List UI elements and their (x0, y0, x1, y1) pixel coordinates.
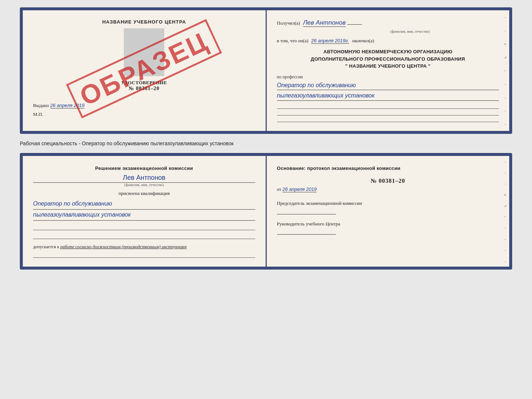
cert-issued-date: 26 апреля 2019 (50, 103, 85, 108)
qual-assigned-label: присвоена квалификация (33, 190, 255, 196)
cert-line-1 (277, 104, 499, 109)
qual-name-sub: (фамилия, имя, отчество) (33, 182, 255, 187)
cert-fio-sub: (фамилия, имя, отчество) (390, 29, 430, 33)
qual-date-value: 26 апреля 2019 (283, 186, 317, 192)
qual-decision-title: Решением экзаменационной комиссии (33, 165, 255, 172)
qual-commission-signature (277, 209, 336, 214)
cert-org-section: АВТОНОМНУЮ НЕКОММЕРЧЕСКУЮ ОРГАНИЗАЦИЮ ДО… (277, 48, 499, 70)
qual-allowed-value: работе согласно должностным (производств… (60, 244, 187, 249)
document-container: НАЗВАНИЕ УЧЕБНОГО ЦЕНТРА ОБРАЗЕЦ УДОСТОВ… (20, 7, 512, 270)
cert-doc-type: УДОСТОВЕРЕНИЕ (33, 80, 255, 86)
qual-allowed-label: допускается к (33, 244, 59, 249)
cert-in-that-label: в том, что он(а) (277, 38, 309, 44)
qual-left-panel: Решением экзаменационной комиссии Лев Ан… (23, 156, 267, 267)
cert-doc-number: № 00381–20 (33, 86, 255, 92)
cert-profession-label: по профессии (277, 74, 499, 80)
specialty-line: Рабочая специальность - Оператор по обсл… (20, 138, 512, 149)
qual-profession-line1: Оператор по обслуживанию (33, 199, 255, 210)
cert-org-line2: ДОПОЛНИТЕЛЬНОГО ПРОФЕССИОНАЛЬНОГО ОБРАЗО… (277, 56, 499, 63)
qual-profession-line2: пылегазоулавливающих установок (33, 210, 255, 221)
cert-photo (124, 28, 164, 76)
cert-received-name: Лев Антпонов (303, 19, 346, 27)
cert-received-label: Получил(а) (277, 20, 300, 26)
qual-right-panel: Основание: протокол экзаменационной коми… (267, 156, 510, 267)
cert-org-line3: " НАЗВАНИЕ УЧЕБНОГО ЦЕНТРА " (277, 63, 499, 70)
cert-right-panel: Получил(а) Лев Антпонов (фамилия, имя, о… (267, 10, 510, 131)
qual-director-signature (277, 229, 336, 235)
qual-protocol-number: № 00381–20 (277, 178, 499, 184)
cert-org-line1: АВТОНОМНУЮ НЕКОММЕРЧЕСКУЮ ОРГАНИЗАЦИЮ (277, 48, 499, 56)
qual-line-1 (33, 225, 255, 230)
cert-left-panel: НАЗВАНИЕ УЧЕБНОГО ЦЕНТРА ОБРАЗЕЦ УДОСТОВ… (23, 10, 267, 131)
cert-date-completed: 26 апреля 2019г. (311, 38, 349, 44)
cert-side-marks: – – и ,а ← – – – – (501, 10, 509, 131)
cert-profession-line1: Оператор по обслуживанию (277, 81, 499, 90)
bottom-certificate: Решением экзаменационной комиссии Лев Ан… (20, 153, 512, 270)
cert-line-2 (277, 110, 499, 115)
qual-commission-chair-label: Председатель экзаменационной комиссии (277, 200, 499, 207)
cert-dash (347, 24, 362, 25)
qual-line-bottom (33, 253, 255, 258)
qual-name: Лев Антпонов (33, 174, 255, 182)
cert-in-that-row: в том, что он(а) 26 апреля 2019г. окончи… (277, 38, 499, 44)
cert-line-3 (277, 117, 499, 122)
qual-director-label: Руководитель учебного Центра (277, 220, 499, 228)
cert-completed-label: окончил(а) (352, 38, 374, 44)
qual-lines (33, 225, 255, 239)
qual-side-marks: – – – и ,а ← – – – – (501, 156, 509, 267)
cert-right-lines (277, 104, 499, 122)
cert-issued-line: Выдано 26 апреля 2019 (33, 103, 255, 108)
qual-date-prefix: от (277, 186, 281, 192)
qual-protocol-date: от 26 апреля 2019 (277, 186, 499, 192)
cert-mp: М.П. (33, 111, 255, 117)
qual-allowed: допускается к работе согласно должностны… (33, 244, 255, 250)
cert-training-center-title: НАЗВАНИЕ УЧЕБНОГО ЦЕНТРА (33, 19, 255, 25)
cert-profession-line2: пылегазоулавливающих установок (277, 91, 499, 101)
cert-issued-label: Выдано (33, 103, 49, 108)
top-certificate: НАЗВАНИЕ УЧЕБНОГО ЦЕНТРА ОБРАЗЕЦ УДОСТОВ… (20, 7, 512, 134)
cert-received-row: Получил(а) Лев Антпонов (277, 19, 499, 27)
qual-basis-label: Основание: протокол экзаменационной коми… (277, 165, 499, 172)
qual-line-2 (33, 234, 255, 239)
